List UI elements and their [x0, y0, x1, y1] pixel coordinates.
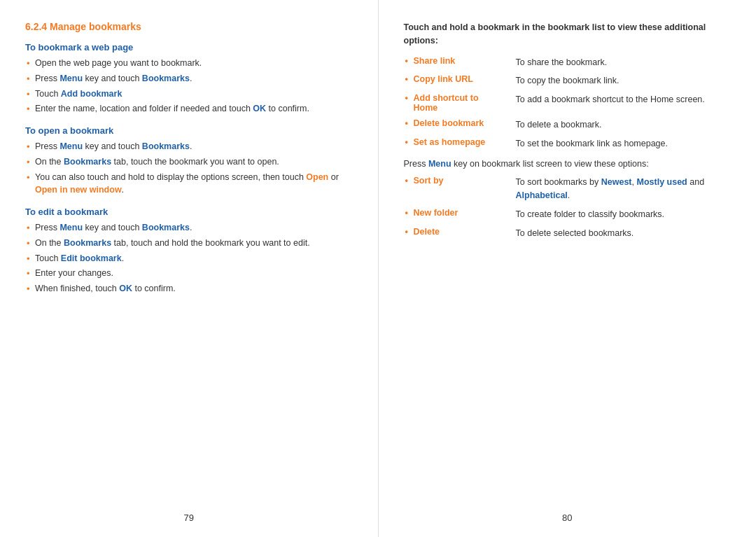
- menu-options-list: Sort by To sort bookmarks by Newest, Mos…: [404, 176, 732, 239]
- option-label-delete-bookmark: Delete bookmark: [404, 118, 516, 128]
- bold-bookmarks: Bookmarks: [64, 238, 111, 248]
- bold-menu: Menu: [59, 74, 83, 83]
- shortcut-line1: Add shortcut to: [414, 93, 479, 103]
- bold-bookmarks: Bookmarks: [64, 157, 111, 167]
- bold-bookmarks: Bookmarks: [142, 223, 190, 232]
- bold-menu: Menu: [428, 159, 451, 169]
- open-bullet-list: Press Menu key and touch Bookmarks. On t…: [25, 140, 353, 197]
- option-label-homepage: Set as homepage: [404, 137, 516, 147]
- option-row-homepage: Set as homepage To set the bookmark link…: [404, 137, 732, 151]
- list-item: Open the web page you want to bookmark.: [25, 57, 353, 70]
- list-item: Press Menu key and touch Bookmarks.: [25, 72, 353, 85]
- bold-edit-bookmark: Edit bookmark: [61, 253, 122, 263]
- option-desc-homepage: To set the bookmark link as homepage.: [516, 137, 732, 151]
- open-section-title: To open a bookmark: [25, 125, 353, 136]
- right-page: Touch and hold a bookmark in the bookmar…: [379, 0, 757, 537]
- option-label-sort: Sort by: [404, 176, 516, 186]
- option-row-shortcut: Add shortcut to Home To add a bookmark s…: [404, 93, 732, 113]
- bold-newest: Newest: [601, 177, 632, 187]
- option-desc-shortcut: To add a bookmark shortcut to the Home s…: [516, 93, 732, 106]
- option-row-delete: Delete To delete selected bookmarks.: [404, 227, 732, 240]
- option-label-copy: Copy link URL: [404, 74, 516, 84]
- list-item: Touch Edit bookmark.: [25, 252, 353, 265]
- bold-bookmarks: Bookmarks: [142, 141, 190, 151]
- option-row-copy: Copy link URL To copy the bookmark link.: [404, 74, 732, 88]
- left-page: 6.2.4 Manage bookmarks To bookmark a web…: [0, 0, 379, 537]
- bookmark-section-title: To bookmark a web page: [25, 42, 353, 53]
- option-desc-copy: To copy the bookmark link.: [516, 74, 732, 88]
- option-label-share: Share link: [404, 56, 516, 66]
- list-item: On the Bookmarks tab, touch the bookmark…: [25, 155, 353, 169]
- bold-open-new: Open in new window: [35, 185, 122, 195]
- option-desc-share: To share the bookmark.: [516, 56, 732, 69]
- bold-ok: OK: [119, 284, 132, 293]
- bold-mostly-used: Mostly used: [637, 177, 687, 187]
- list-item: You can also touch and hold to display t…: [25, 171, 353, 197]
- list-item: Enter the name, location and folder if n…: [25, 102, 353, 116]
- option-desc-new-folder: To create folder to classify bookmarks.: [516, 208, 732, 221]
- options-list: Share link To share the bookmark. Copy l…: [404, 56, 732, 151]
- edit-bullet-list: Press Menu key and touch Bookmarks. On t…: [25, 221, 353, 295]
- edit-section-title: To edit a bookmark: [25, 207, 353, 217]
- option-desc-delete: To delete selected bookmarks.: [516, 227, 732, 240]
- list-item: When finished, touch OK to confirm.: [25, 282, 353, 295]
- option-desc-delete-bookmark: To delete a bookmark.: [516, 118, 732, 132]
- list-item: Enter your changes.: [25, 267, 353, 280]
- option-label-shortcut: Add shortcut to Home: [404, 93, 516, 113]
- bold-bookmarks: Bookmarks: [142, 74, 190, 83]
- list-item: Press Menu key and touch Bookmarks.: [25, 140, 353, 153]
- option-label-new-folder: New folder: [404, 208, 516, 218]
- bookmark-bullet-list: Open the web page you want to bookmark. …: [25, 57, 353, 116]
- bold-alphabetical: Alphabetical: [516, 190, 568, 200]
- list-item: Press Menu key and touch Bookmarks.: [25, 221, 353, 235]
- option-row-delete-bookmark: Delete bookmark To delete a bookmark.: [404, 118, 732, 132]
- option-row-share: Share link To share the bookmark.: [404, 56, 732, 69]
- page-number-right: 80: [562, 512, 572, 523]
- option-row-sort: Sort by To sort bookmarks by Newest, Mos…: [404, 176, 732, 202]
- right-header: Touch and hold a bookmark in the bookmar…: [404, 21, 732, 48]
- list-item: On the Bookmarks tab, touch and hold the…: [25, 237, 353, 250]
- press-menu-text: Press Menu key on bookmark list screen t…: [404, 158, 732, 171]
- bold-menu: Menu: [59, 223, 83, 232]
- right-header-text: Touch and hold a bookmark in the bookmar…: [404, 22, 706, 46]
- bold-add-bookmark: Add bookmark: [61, 89, 122, 99]
- bold-ok: OK: [253, 104, 266, 113]
- option-desc-sort: To sort bookmarks by Newest, Mostly used…: [516, 176, 732, 202]
- shortcut-line2: Home: [414, 103, 438, 113]
- bold-open: Open: [306, 172, 328, 182]
- list-item: Touch Add bookmark: [25, 88, 353, 101]
- bold-menu: Menu: [59, 141, 83, 151]
- section-title: 6.2.4 Manage bookmarks: [25, 21, 353, 32]
- option-row-new-folder: New folder To create folder to classify …: [404, 208, 732, 221]
- option-label-delete: Delete: [404, 227, 516, 237]
- page-number-left: 79: [184, 512, 194, 523]
